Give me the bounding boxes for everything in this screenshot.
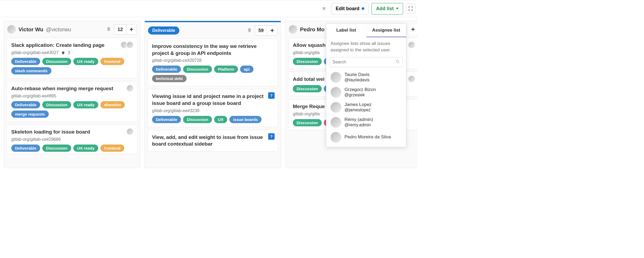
assignee-search[interactable]: [329, 57, 403, 67]
card-title: Viewing issue id and project name in a p…: [152, 93, 264, 107]
card-ref: gitlab-org/gitlab-ee#3239: [152, 108, 274, 113]
label[interactable]: api: [240, 66, 253, 73]
label[interactable]: Discussion: [183, 66, 212, 73]
label[interactable]: UX ready: [73, 145, 98, 152]
add-list-label: Add list: [376, 6, 394, 12]
user-name: Taurie Davis: [344, 72, 370, 77]
label[interactable]: issue boards: [229, 116, 262, 123]
list-label-pill: Deliverable: [148, 26, 179, 35]
assignee-option[interactable]: James Lopez @jameslopez: [328, 100, 404, 115]
label[interactable]: technical debt: [152, 75, 187, 82]
label[interactable]: Discussion: [42, 101, 71, 108]
add-card-button[interactable]: +: [267, 26, 277, 35]
card-labels: Deliverable Discussion UX ready directio…: [11, 101, 133, 118]
add-list-button[interactable]: Add list: [372, 3, 403, 14]
label[interactable]: direction: [100, 101, 125, 108]
confidential-icon: ?: [268, 92, 275, 99]
issue-card[interactable]: Auto-rebase when merging merge request g…: [7, 81, 137, 122]
label[interactable]: UX ready: [73, 58, 98, 65]
label[interactable]: slash commands: [11, 67, 51, 74]
dropdown-description: Assignee lists show all issues assigned …: [326, 37, 406, 55]
avatar: [408, 41, 415, 49]
card-ref: gitlab-org/gitlab-ee#895: [11, 94, 133, 98]
card-labels: Deliverable Discussion UX ready frontend: [11, 145, 133, 152]
avatar: [331, 117, 341, 128]
label[interactable]: merge requests: [11, 111, 49, 118]
label[interactable]: Deliverable: [11, 145, 40, 152]
label[interactable]: Discussion: [293, 119, 322, 126]
label[interactable]: UX ready: [73, 101, 98, 108]
svg-point-0: [396, 60, 399, 62]
add-card-button[interactable]: +: [408, 24, 418, 35]
issue-card[interactable]: Slack application: Create landing page g…: [7, 38, 137, 78]
card-title: View, add, and edit weight to issue from…: [152, 134, 264, 147]
assignee-user-list: Taurie Davis @tauriedavis Grzegorz Bizon…: [326, 70, 406, 147]
card-title: Skeleton loading for issue board: [11, 128, 124, 135]
card-ref: gitlab-org/gitlab-ce#29666: [11, 137, 133, 142]
search-icon: [396, 59, 400, 65]
card-assignees: [128, 85, 134, 92]
list-header: Deliverable 59 +: [145, 22, 281, 39]
assignee-option[interactable]: Rémy (admin) @remy.admin: [328, 115, 404, 130]
avatar: [126, 41, 134, 49]
assignee-option[interactable]: Taurie Davis @tauriedavis: [328, 70, 404, 85]
confidential-icon: ?: [268, 133, 275, 140]
fullscreen-button[interactable]: [406, 4, 415, 13]
issue-card[interactable]: Improve consistency in the way we retrie…: [147, 39, 278, 86]
list-header: Victor Wu @victorwu 12 +: [4, 21, 140, 38]
label[interactable]: Discussion: [293, 85, 322, 92]
avatar: [126, 85, 134, 92]
add-card-button[interactable]: +: [126, 25, 137, 34]
avatar: [408, 75, 415, 83]
board-topbar: × Edit board Add list: [0, 0, 418, 17]
card-assignees: [410, 75, 415, 83]
label[interactable]: Deliverable: [11, 101, 40, 108]
label[interactable]: Discussion: [42, 145, 71, 152]
issue-card[interactable]: Skeleton loading for issue board gitlab-…: [7, 124, 137, 154]
user-handle: @tauriedavis: [344, 78, 370, 82]
assignee-search-input[interactable]: [332, 60, 396, 64]
card-weight: 3: [68, 50, 70, 55]
trash-icon[interactable]: [106, 26, 111, 33]
label[interactable]: Discussion: [42, 58, 71, 65]
label[interactable]: frontend: [100, 145, 124, 152]
label[interactable]: frontend: [100, 58, 124, 65]
label[interactable]: UX: [214, 116, 227, 123]
assignee-option[interactable]: Grzegorz Bizon @grzesiek: [328, 85, 404, 100]
chevron-down-icon: [396, 8, 399, 9]
assignee-option[interactable]: Pedro Moreira da Silva: [328, 130, 404, 145]
card-labels: Deliverable Discussion UX issue boards: [152, 116, 274, 123]
user-name: Grzegorz Bizon: [344, 87, 376, 92]
label[interactable]: Deliverable: [11, 58, 40, 65]
label[interactable]: Deliverable: [152, 116, 181, 123]
trash-icon[interactable]: [247, 27, 252, 34]
user-name: James Lopez: [344, 102, 372, 107]
label[interactable]: Discussion: [293, 58, 322, 65]
card-assignees: [410, 41, 415, 49]
label[interactable]: Deliverable: [152, 66, 181, 73]
label[interactable]: Platform: [214, 66, 238, 73]
card-ref: gitlab-org/gitlab-ee#3027 3: [11, 50, 133, 55]
issue-card[interactable]: ? Viewing issue id and project name in a…: [147, 89, 278, 127]
edit-board-label: Edit board: [336, 6, 359, 12]
close-icon[interactable]: ×: [320, 3, 328, 14]
card-title: Improve consistency in the way we retrie…: [152, 43, 264, 56]
card-labels: Deliverable Discussion UX ready frontend…: [11, 58, 133, 74]
label[interactable]: Discussion: [183, 116, 212, 123]
edit-board-button[interactable]: Edit board: [331, 3, 369, 14]
issue-card[interactable]: ? View, add, and edit weight to issue fr…: [147, 130, 278, 151]
user-handle: @grzesiek: [344, 93, 376, 97]
svg-line-1: [398, 62, 399, 63]
weight-icon: [61, 50, 66, 55]
avatar: [7, 25, 16, 34]
tab-assignee-list[interactable]: Assignee list: [366, 24, 406, 37]
scope-indicator-dot: [362, 7, 364, 10]
list-count-box: 59 +: [255, 25, 278, 36]
list-count-box: +: [408, 24, 418, 35]
fullscreen-icon: [408, 6, 413, 11]
add-list-dropdown: Label list Assignee list Assignee lists …: [326, 24, 406, 147]
list-title: Pedro Mo: [300, 26, 324, 33]
list-cards: Slack application: Create landing page g…: [4, 38, 140, 160]
board-list-deliverable: Deliverable 59 + Improve consistency in …: [145, 21, 281, 168]
tab-label-list[interactable]: Label list: [326, 24, 366, 37]
